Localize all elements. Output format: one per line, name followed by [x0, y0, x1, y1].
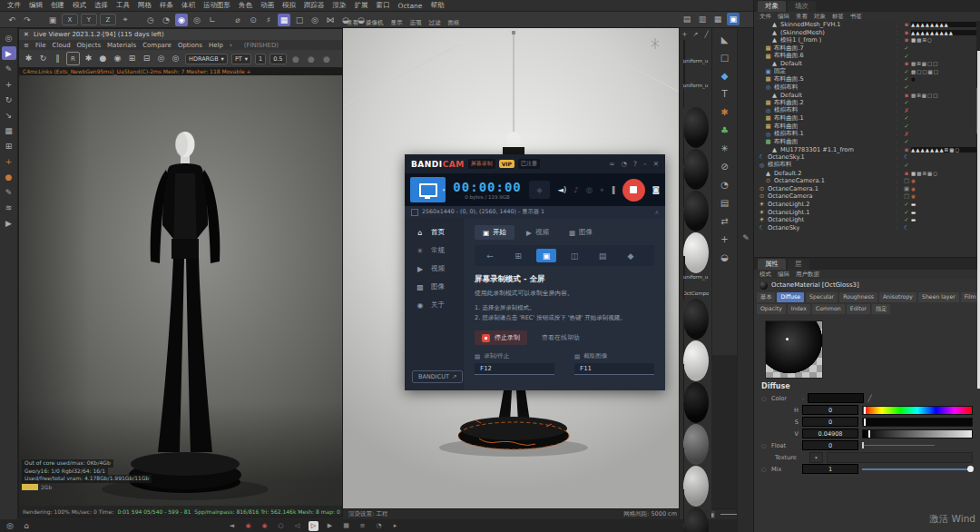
channel-tab[interactable]: Specular	[806, 292, 838, 302]
channel-tab[interactable]: Common	[812, 304, 845, 314]
enable-state-icon[interactable]: ▪	[902, 170, 911, 177]
menu-item[interactable]: 网格	[138, 1, 152, 10]
toolbar-icon[interactable]: ⇄	[717, 213, 733, 228]
menu-icon[interactable]: ≡	[24, 42, 29, 49]
object-name[interactable]: OctaneCamera.1	[768, 185, 818, 192]
visibility-dots[interactable]: ∶	[891, 139, 902, 145]
menu-item[interactable]: 编辑	[29, 1, 43, 10]
playback-icon[interactable]: ▷	[309, 521, 318, 531]
toolbar-icon[interactable]: +	[2, 154, 16, 168]
object-row[interactable]: ▲ MU17783301 #1.1_from ∶ ▪ ▲▲▲▲▲▲▲⊞▦○	[754, 146, 976, 154]
hotkey-field[interactable]: F11	[574, 363, 654, 375]
record-mode-icon[interactable]: ◫	[564, 249, 584, 262]
record-mode-icon[interactable]: ⊞	[508, 249, 528, 262]
playback-icon[interactable]: ◉	[243, 521, 253, 531]
object-row[interactable]: ☀ OctaneLight ∶ ✓ ▬	[754, 216, 976, 224]
toolbar-icon[interactable]: ▦	[2, 123, 16, 137]
object-row[interactable]: ☾ OctaneSky ∶ ☾	[754, 223, 976, 232]
toolbar-icon[interactable]: ≋	[2, 201, 16, 214]
material-item[interactable]: OctCompo	[683, 173, 709, 214]
menu-item[interactable]: 过滤	[429, 19, 441, 28]
sidebar-item[interactable]: ⌂ 首页	[405, 223, 464, 241]
object-row[interactable]: ▲ SkinnedMesh_FVH.1 ∶ ▪ ▲▲▲▲▲▲▲▲	[754, 21, 976, 29]
material-thumbnail[interactable]	[683, 489, 709, 532]
toolbar-icon[interactable]: +	[717, 232, 733, 246]
toolbar-icon[interactable]: ♯	[262, 14, 275, 26]
mix-slider[interactable]	[862, 468, 973, 470]
toolbar-icon[interactable]: ◎	[309, 14, 321, 26]
object-tags[interactable]: ■▩⊞▦○	[911, 171, 976, 176]
toolbar-icon[interactable]: ◆	[717, 68, 733, 83]
object-name[interactable]: MU17783301 #1.1_from	[780, 146, 854, 153]
enable-state-icon[interactable]: ☾	[902, 224, 911, 232]
kernel-select[interactable]: PT▾	[231, 54, 251, 64]
titlebar-icon[interactable]: ?	[633, 160, 637, 168]
enable-state-icon[interactable]: ▪	[902, 36, 911, 44]
playback-icon[interactable]: ◄	[227, 521, 237, 531]
toolbar-icon[interactable]: ●	[97, 52, 109, 64]
toolbar-icon[interactable]: ↶	[5, 14, 18, 26]
menu-item[interactable]: 对象	[814, 13, 826, 21]
visibility-dots[interactable]: ∶	[891, 100, 902, 106]
menu-item[interactable]: 查看	[347, 19, 358, 28]
menu-item[interactable]: 跟踪器	[304, 1, 325, 10]
toolbar-icon[interactable]: ◣	[717, 32, 733, 46]
playback-icon[interactable]: ◉	[260, 521, 270, 531]
object-name[interactable]: (SkinnedMesh)	[780, 29, 825, 36]
object-row[interactable]: ▦ 布料曲面.7 ∶ ✓	[754, 44, 976, 53]
object-name[interactable]: 布料曲面	[774, 138, 798, 146]
toolbar-icon[interactable]: +	[2, 77, 16, 91]
object-row[interactable]: ▦ 布料曲面.2 ∶ ✓	[754, 99, 976, 107]
object-row[interactable]: ⊙ OctaneCamera.1 ∶ ▣ ◉	[754, 184, 976, 192]
material-item[interactable]: OctComposi	[683, 90, 709, 131]
enable-state-icon[interactable]: ✓	[902, 68, 911, 75]
hotkey-field[interactable]: F12	[475, 363, 554, 375]
object-name[interactable]: 模拟布料	[774, 84, 798, 92]
tab-objects[interactable]: 对象	[758, 1, 786, 12]
toolbar-icon[interactable]: ⊞	[2, 139, 16, 153]
menu-item[interactable]: Octane	[398, 2, 423, 10]
object-row[interactable]: ☀ OctaneLight.1 ∶ ✓ ▬	[754, 208, 976, 216]
object-row[interactable]: ▦ 布料曲面.6 ∶ ✓	[754, 52, 976, 60]
record-mode-icon[interactable]: ◆	[621, 249, 641, 262]
visibility-dots[interactable]: ∶	[891, 162, 902, 168]
object-row[interactable]: ⊙ OctaneCamera ∶ □ ◉	[754, 192, 976, 201]
material-item[interactable]: uniform_u	[683, 41, 709, 64]
toolbar-icon[interactable]: ⌂	[20, 519, 33, 532]
visibility-dots[interactable]: ∶	[891, 201, 902, 207]
enable-state-icon[interactable]: ✓	[902, 99, 911, 106]
menu-item[interactable]: ›	[230, 42, 232, 49]
channel-tab[interactable]: Index	[788, 304, 810, 314]
object-row[interactable]: ▲ Default ∶ ▪ ▩⊞▦□□	[754, 91, 976, 99]
online-help-link[interactable]: 查看在线帮助	[542, 333, 580, 342]
material-thumbnail[interactable]	[683, 40, 685, 59]
menu-item[interactable]: 书签	[850, 13, 862, 21]
sidebar-item[interactable]: ▩ 图像	[405, 278, 464, 296]
object-row[interactable]: ◎ 模拟布料 ∶ ✗	[754, 107, 976, 115]
enable-state-icon[interactable]: ✓	[902, 44, 911, 52]
hue-value-field[interactable]: 0	[802, 405, 858, 415]
menu-item[interactable]: 动画	[260, 1, 274, 10]
channel-tab[interactable]: Anisotropy	[879, 292, 916, 302]
menu-item[interactable]: 用户数据	[796, 271, 819, 279]
object-name[interactable]: Default	[780, 60, 802, 67]
visibility-dots[interactable]: ∶	[891, 185, 902, 192]
collapse-icon[interactable]: ∧	[654, 209, 659, 215]
toolbar-icon[interactable]: ◎	[4, 519, 16, 532]
hue-slider[interactable]	[862, 406, 973, 415]
object-row[interactable]: ◎ 模拟布料 ∶ ✓	[754, 84, 976, 92]
toolbar-icon[interactable]: ⊘	[717, 159, 733, 173]
visibility-dots[interactable]: ∶	[891, 92, 902, 98]
menu-item[interactable]: 窗口	[377, 1, 390, 10]
enable-state-icon[interactable]: ▪	[902, 92, 911, 99]
material-item[interactable]: OctComposi	[683, 132, 709, 172]
visibility-dots[interactable]: ∶	[891, 107, 902, 113]
toolbar-icon[interactable]: T	[717, 86, 733, 101]
toolbar-icon[interactable]: ⊙	[247, 14, 260, 26]
visibility-dots[interactable]: ∶	[891, 178, 902, 184]
enable-state-icon[interactable]: ☾	[902, 153, 911, 161]
visibility-dots[interactable]: ∶	[891, 170, 902, 176]
toolbar-icon[interactable]: ↘	[2, 108, 16, 122]
menu-item[interactable]: 编辑	[778, 13, 789, 21]
menu-item[interactable]: 显示	[391, 19, 403, 28]
